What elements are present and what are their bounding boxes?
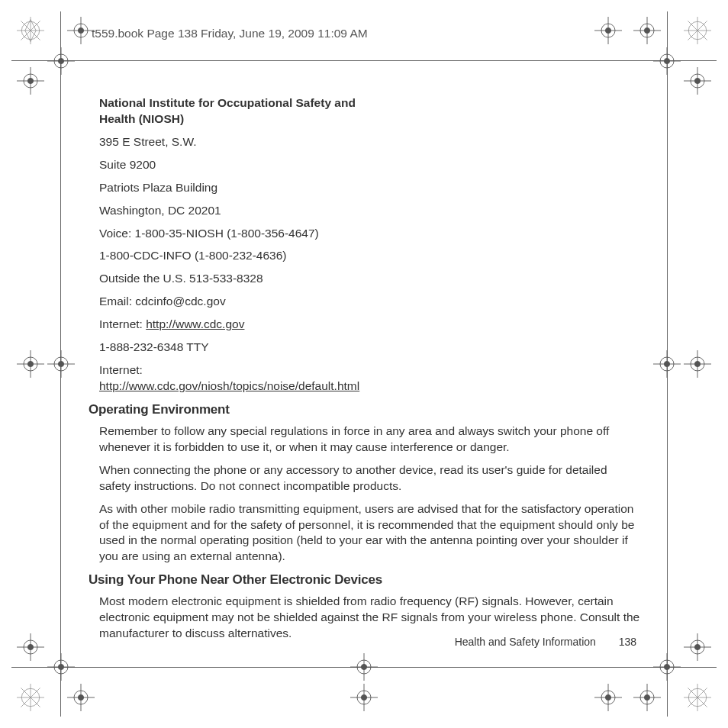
niosh-line: 1-800-CDC-INFO (1-800-232-4636) [99, 248, 640, 264]
label: Internet: [99, 317, 146, 330]
page-header-meta: t559.book Page 138 Friday, June 19, 2009… [92, 27, 368, 40]
link-text: http://www.cdc.gov/niosh/topics/noise/de… [99, 379, 359, 392]
footer-page-number: 138 [619, 636, 636, 648]
registration-mark-icon [67, 17, 95, 44]
body-paragraph: As with other mobile radio transmitting … [99, 501, 640, 565]
crop-line-top [11, 60, 717, 61]
registration-mark-icon [594, 17, 622, 44]
registration-mark-icon [594, 684, 622, 711]
niosh-line: Outside the U.S. 513-533-8328 [99, 271, 640, 287]
section-heading-using-phone-near-devices: Using Your Phone Near Other Electronic D… [89, 572, 640, 588]
registration-mark-icon [684, 67, 711, 95]
label: Internet: [99, 363, 143, 376]
registration-mark-icon [350, 684, 378, 711]
registration-mark-icon [17, 67, 44, 95]
registration-mark-icon [653, 653, 681, 681]
registration-mark-icon [67, 684, 95, 711]
svg-line-7 [25, 31, 31, 41]
registration-mark-icon [17, 633, 44, 661]
page-content: National Institute for Occupational Safe… [99, 95, 640, 649]
niosh-line: 395 E Street, S.W. [99, 134, 640, 150]
niosh-internet-2: Internet: http://www.cdc.gov/niosh/topic… [99, 362, 351, 395]
starburst-icon [17, 684, 44, 711]
registration-mark-icon [47, 47, 75, 75]
link-text: http://www.cdc.gov [146, 317, 244, 330]
niosh-line: Email: cdcinfo@cdc.gov [99, 294, 640, 310]
body-paragraph: Remember to follow any special regulatio… [99, 424, 640, 456]
niosh-title: National Institute for Occupational Safe… [99, 95, 389, 127]
svg-line-6 [31, 31, 36, 41]
body-paragraph: When connecting the phone or any accesso… [99, 462, 640, 494]
registration-mark-icon [17, 350, 44, 378]
page-footer: Health and Safety Information 138 [455, 636, 636, 648]
registration-mark-icon [653, 47, 681, 75]
niosh-tty: 1-888-232-6348 TTY [99, 340, 640, 356]
registration-mark-icon [47, 653, 75, 681]
niosh-line: Suite 9200 [99, 157, 640, 173]
registration-mark-icon [47, 350, 75, 378]
registration-mark-icon [633, 684, 661, 711]
footer-section-name: Health and Safety Information [455, 636, 596, 648]
niosh-internet-1: Internet: http://www.cdc.gov [99, 317, 640, 333]
niosh-line: Voice: 1-800-35-NIOSH (1-800-356-4647) [99, 226, 640, 242]
registration-mark-icon [350, 653, 378, 681]
body-paragraph: Most modern electronic equipment is shie… [99, 594, 640, 642]
svg-line-5 [31, 20, 36, 31]
niosh-line: Washington, DC 20201 [99, 203, 640, 219]
starburst-icon [684, 17, 711, 44]
registration-mark-icon [684, 350, 711, 378]
niosh-line: Patriots Plaza Building [99, 180, 640, 196]
starburst-icon [17, 17, 44, 44]
section-heading-operating-environment: Operating Environment [89, 402, 640, 417]
svg-line-8 [25, 20, 31, 31]
registration-mark-icon [684, 633, 711, 661]
starburst-icon [684, 684, 711, 711]
registration-mark-icon [633, 17, 661, 44]
registration-mark-icon [653, 350, 681, 378]
